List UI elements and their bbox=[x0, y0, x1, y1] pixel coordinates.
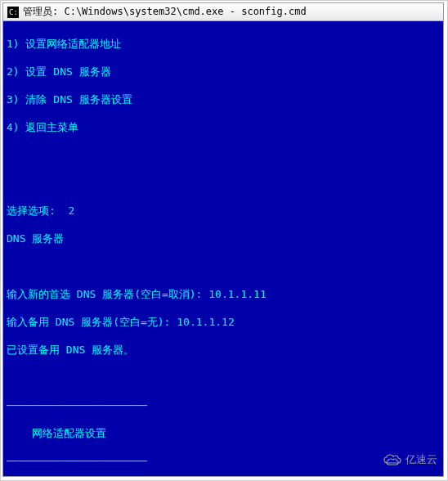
divider: ────────────────────── bbox=[7, 398, 440, 412]
divider: ────────────────────── bbox=[7, 454, 440, 468]
terminal-output[interactable]: 1) 设置网络适配器地址 2) 设置 DNS 服务器 3) 清除 DNS 服务器… bbox=[3, 21, 443, 476]
blank-line bbox=[7, 259, 440, 273]
section-title: 网络适配器设置 bbox=[7, 426, 440, 440]
cloud-icon bbox=[383, 453, 402, 466]
preferred-dns-prompt: 输入新的首选 DNS 服务器(空白=取消): 10.1.1.11 bbox=[7, 287, 440, 301]
menu-item: 2) 设置 DNS 服务器 bbox=[7, 65, 440, 79]
menu-item: 3) 清除 DNS 服务器设置 bbox=[7, 92, 440, 106]
svg-text:C:: C: bbox=[9, 8, 18, 16]
blank-line bbox=[7, 176, 440, 190]
select-option-value: 2 bbox=[68, 205, 74, 217]
select-option-label: 选择选项: bbox=[7, 205, 62, 217]
dns-server-label: DNS 服务器 bbox=[7, 232, 440, 245]
alternate-dns-prompt: 输入备用 DNS 服务器(空白=无): 10.1.1.12 bbox=[7, 315, 440, 329]
watermark-text: 亿速云 bbox=[405, 452, 437, 467]
titlebar[interactable]: C: 管理员: C:\Windows\system32\cmd.exe - sc… bbox=[3, 3, 443, 21]
menu-item: 4) 返回主菜单 bbox=[7, 120, 440, 134]
cmd-window: C: 管理员: C:\Windows\system32\cmd.exe - sc… bbox=[2, 2, 444, 477]
watermark: 亿速云 bbox=[383, 452, 437, 467]
blank-line bbox=[7, 148, 440, 162]
alternate-dns-set-msg: 已设置备用 DNS 服务器。 bbox=[7, 343, 440, 357]
blank-line bbox=[7, 371, 440, 384]
titlebar-text: 管理员: C:\Windows\system32\cmd.exe - sconf… bbox=[23, 5, 307, 19]
cmd-icon: C: bbox=[7, 6, 20, 19]
menu-item: 1) 设置网络适配器地址 bbox=[7, 37, 440, 51]
select-option-line: 选择选项: 2 bbox=[7, 204, 440, 218]
